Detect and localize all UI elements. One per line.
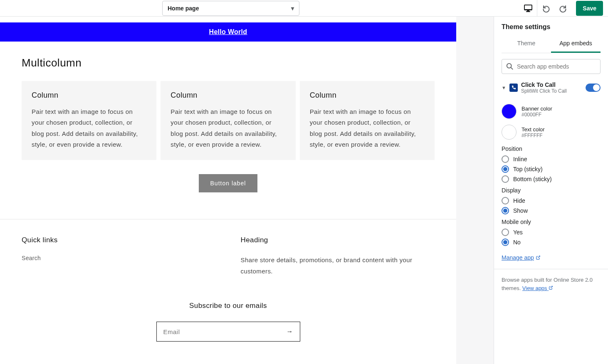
banner-color-swatch — [502, 104, 517, 119]
page-selector-label: Home page — [168, 5, 199, 12]
display-label: Display — [502, 187, 601, 194]
column-card: Column Pair text with an image to focus … — [161, 81, 295, 160]
hello-banner[interactable]: Hello World — [0, 22, 456, 42]
embed-click-to-call: ▼ Click To Call SplitWit Click To Call — [494, 80, 608, 100]
position-label: Position — [502, 145, 601, 152]
radio-position-top[interactable]: Top (sticky) — [502, 165, 601, 173]
footer-section: Quick links Search Heading Share store d… — [0, 219, 456, 293]
embed-subtitle: SplitWit Click To Call — [521, 88, 582, 94]
column-body: Pair text with an image to focus on your… — [32, 106, 146, 150]
multicolumn-title: Multicolumn — [22, 57, 435, 69]
text-color-label: Text color — [521, 126, 545, 133]
footer-heading-body: Share store details, promotions, or bran… — [241, 254, 435, 277]
column-body: Pair text with an image to focus on your… — [310, 106, 425, 150]
submit-arrow-icon[interactable]: → — [287, 328, 293, 335]
desktop-view-icon[interactable] — [519, 0, 537, 17]
radio-mobile-yes[interactable]: Yes — [502, 229, 601, 236]
chevron-down-icon: ▾ — [291, 5, 294, 12]
save-button[interactable]: Save — [576, 1, 603, 16]
column-title: Column — [32, 91, 146, 100]
radio-mobile-no[interactable]: No — [502, 239, 601, 246]
radio-position-inline[interactable]: Inline — [502, 155, 601, 163]
redo-icon[interactable] — [554, 0, 572, 17]
search-icon — [506, 63, 514, 70]
svg-rect-1 — [525, 5, 531, 9]
text-color-swatch — [502, 125, 517, 140]
column-body: Pair text with an image to focus on your… — [171, 106, 285, 150]
subscribe-title: Subscribe to our emails — [0, 302, 456, 310]
quick-link-search[interactable]: Search — [22, 255, 41, 261]
banner-color-setting[interactable]: Banner color #0000FF — [502, 104, 601, 119]
page-selector[interactable]: Home page ▾ — [162, 1, 299, 16]
email-input[interactable] — [163, 328, 287, 335]
sidebar-title: Theme settings — [502, 23, 601, 31]
column-title: Column — [310, 91, 425, 100]
phone-icon — [509, 84, 518, 92]
external-link-icon — [536, 255, 541, 260]
quick-links-title: Quick links — [22, 236, 216, 244]
text-color-setting[interactable]: Text color #FFFFFF — [502, 125, 601, 140]
svg-rect-3 — [526, 11, 530, 12]
column-card: Column Pair text with an image to focus … — [300, 81, 435, 160]
embed-name: Click To Call — [521, 81, 582, 88]
undo-icon[interactable] — [537, 0, 554, 17]
radio-position-bottom[interactable]: Bottom (sticky) — [502, 175, 601, 183]
tab-app-embeds[interactable]: App embeds — [551, 35, 601, 53]
banner-color-label: Banner color — [521, 106, 552, 112]
theme-settings-sidebar: Theme settings Theme App embeds ▼ Click … — [494, 17, 608, 364]
svg-point-4 — [507, 64, 512, 68]
topbar: Home page ▾ Save — [0, 0, 608, 17]
column-card: Column Pair text with an image to focus … — [22, 81, 156, 160]
search-app-embeds[interactable] — [502, 59, 601, 74]
radio-display-hide[interactable]: Hide — [502, 197, 601, 204]
email-field[interactable]: → — [156, 322, 300, 342]
tab-theme[interactable]: Theme — [502, 35, 551, 53]
footer-heading-title: Heading — [241, 236, 435, 244]
preview-pane: Hello World Multicolumn Column Pair text… — [0, 17, 494, 364]
multicolumn-section: Multicolumn Column Pair text with an ima… — [0, 42, 456, 209]
radio-display-show[interactable]: Show — [502, 207, 601, 214]
subscribe-section: Subscribe to our emails → — [0, 293, 456, 358]
collapse-icon[interactable]: ▼ — [502, 85, 506, 90]
column-title: Column — [171, 91, 285, 100]
button-label[interactable]: Button label — [199, 174, 258, 192]
banner-color-value: #0000FF — [521, 112, 552, 118]
external-link-icon — [549, 285, 553, 290]
svg-line-5 — [511, 68, 513, 70]
manage-app-link[interactable]: Manage app — [502, 254, 541, 261]
text-color-value: #FFFFFF — [521, 133, 545, 138]
search-input[interactable] — [517, 63, 596, 70]
embed-toggle[interactable] — [586, 84, 601, 92]
svg-rect-2 — [527, 10, 529, 11]
mobile-only-label: Mobile only — [502, 219, 601, 225]
browse-apps-text: Browse apps built for Online Store 2.0 t… — [494, 269, 608, 299]
view-apps-link[interactable]: View apps — [522, 285, 553, 291]
